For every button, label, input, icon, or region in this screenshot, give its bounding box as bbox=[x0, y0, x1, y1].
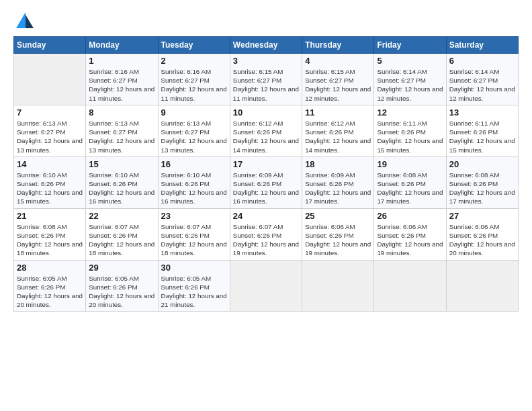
cell-content: Sunrise: 6:07 AM Sunset: 6:26 PM Dayligh… bbox=[89, 222, 154, 258]
day-number: 15 bbox=[89, 159, 154, 169]
day-number: 21 bbox=[17, 211, 83, 221]
calendar-cell: 9Sunrise: 6:13 AM Sunset: 6:27 PM Daylig… bbox=[158, 105, 230, 156]
day-number: 4 bbox=[305, 56, 371, 66]
calendar-week-2: 7Sunrise: 6:13 AM Sunset: 6:27 PM Daylig… bbox=[14, 105, 519, 156]
day-number: 1 bbox=[89, 56, 154, 66]
day-number: 10 bbox=[233, 107, 299, 118]
calendar-week-4: 21Sunrise: 6:08 AM Sunset: 6:26 PM Dayli… bbox=[14, 208, 519, 260]
day-number: 8 bbox=[89, 107, 154, 118]
cell-content: Sunrise: 6:07 AM Sunset: 6:26 PM Dayligh… bbox=[161, 222, 227, 258]
calendar-cell: 14Sunrise: 6:10 AM Sunset: 6:26 PM Dayli… bbox=[14, 156, 86, 208]
calendar-header: SundayMondayTuesdayWednesdayThursdayFrid… bbox=[14, 37, 519, 54]
weekday-header-wednesday: Wednesday bbox=[230, 37, 302, 54]
cell-content: Sunrise: 6:06 AM Sunset: 6:26 PM Dayligh… bbox=[449, 222, 515, 258]
calendar-cell: 16Sunrise: 6:10 AM Sunset: 6:26 PM Dayli… bbox=[158, 156, 230, 208]
cell-content: Sunrise: 6:05 AM Sunset: 6:26 PM Dayligh… bbox=[89, 274, 154, 310]
cell-content: Sunrise: 6:15 AM Sunset: 6:27 PM Dayligh… bbox=[233, 67, 299, 103]
cell-content: Sunrise: 6:08 AM Sunset: 6:26 PM Dayligh… bbox=[449, 171, 515, 206]
day-number: 2 bbox=[161, 56, 227, 66]
cell-content: Sunrise: 6:08 AM Sunset: 6:26 PM Dayligh… bbox=[377, 171, 443, 206]
calendar-body: 1Sunrise: 6:16 AM Sunset: 6:27 PM Daylig… bbox=[14, 54, 519, 312]
day-number: 27 bbox=[449, 211, 515, 221]
calendar-cell: 6Sunrise: 6:14 AM Sunset: 6:27 PM Daylig… bbox=[446, 54, 518, 105]
cell-content: Sunrise: 6:08 AM Sunset: 6:26 PM Dayligh… bbox=[17, 222, 83, 258]
day-number: 9 bbox=[161, 107, 227, 118]
calendar-cell: 2Sunrise: 6:16 AM Sunset: 6:27 PM Daylig… bbox=[158, 54, 230, 105]
calendar-cell: 4Sunrise: 6:15 AM Sunset: 6:27 PM Daylig… bbox=[302, 54, 374, 105]
calendar-cell: 5Sunrise: 6:14 AM Sunset: 6:27 PM Daylig… bbox=[374, 54, 446, 105]
calendar-cell bbox=[374, 260, 446, 312]
header bbox=[13, 11, 519, 30]
weekday-header-thursday: Thursday bbox=[302, 37, 374, 54]
cell-content: Sunrise: 6:14 AM Sunset: 6:27 PM Dayligh… bbox=[377, 67, 443, 103]
calendar-cell: 11Sunrise: 6:12 AM Sunset: 6:26 PM Dayli… bbox=[302, 105, 374, 156]
calendar-cell: 15Sunrise: 6:10 AM Sunset: 6:26 PM Dayli… bbox=[86, 156, 158, 208]
cell-content: Sunrise: 6:06 AM Sunset: 6:26 PM Dayligh… bbox=[305, 222, 371, 258]
weekday-header-friday: Friday bbox=[374, 37, 446, 54]
calendar-cell bbox=[446, 260, 518, 312]
day-number: 18 bbox=[305, 159, 371, 169]
day-number: 28 bbox=[17, 263, 83, 273]
calendar-cell: 1Sunrise: 6:16 AM Sunset: 6:27 PM Daylig… bbox=[86, 54, 158, 105]
day-number: 6 bbox=[449, 56, 515, 66]
day-number: 23 bbox=[161, 211, 227, 221]
calendar-cell: 24Sunrise: 6:07 AM Sunset: 6:26 PM Dayli… bbox=[230, 208, 302, 260]
cell-content: Sunrise: 6:11 AM Sunset: 6:26 PM Dayligh… bbox=[377, 119, 443, 154]
weekday-header-saturday: Saturday bbox=[446, 37, 518, 54]
cell-content: Sunrise: 6:16 AM Sunset: 6:27 PM Dayligh… bbox=[161, 67, 227, 103]
calendar-cell: 21Sunrise: 6:08 AM Sunset: 6:26 PM Dayli… bbox=[14, 208, 86, 260]
calendar-cell: 28Sunrise: 6:05 AM Sunset: 6:26 PM Dayli… bbox=[14, 260, 86, 312]
cell-content: Sunrise: 6:10 AM Sunset: 6:26 PM Dayligh… bbox=[89, 171, 154, 206]
day-number: 24 bbox=[233, 211, 299, 221]
logo-icon bbox=[13, 11, 38, 30]
cell-content: Sunrise: 6:16 AM Sunset: 6:27 PM Dayligh… bbox=[89, 67, 154, 103]
calendar-table: SundayMondayTuesdayWednesdayThursdayFrid… bbox=[13, 36, 519, 312]
calendar-cell: 3Sunrise: 6:15 AM Sunset: 6:27 PM Daylig… bbox=[230, 54, 302, 105]
cell-content: Sunrise: 6:05 AM Sunset: 6:26 PM Dayligh… bbox=[161, 274, 227, 310]
calendar-cell: 8Sunrise: 6:13 AM Sunset: 6:27 PM Daylig… bbox=[86, 105, 158, 156]
cell-content: Sunrise: 6:09 AM Sunset: 6:26 PM Dayligh… bbox=[233, 171, 299, 206]
cell-content: Sunrise: 6:12 AM Sunset: 6:26 PM Dayligh… bbox=[233, 119, 299, 154]
calendar-cell: 30Sunrise: 6:05 AM Sunset: 6:26 PM Dayli… bbox=[158, 260, 230, 312]
day-number: 19 bbox=[377, 159, 443, 169]
calendar-cell: 10Sunrise: 6:12 AM Sunset: 6:26 PM Dayli… bbox=[230, 105, 302, 156]
weekday-header-sunday: Sunday bbox=[14, 37, 86, 54]
calendar-cell: 19Sunrise: 6:08 AM Sunset: 6:26 PM Dayli… bbox=[374, 156, 446, 208]
day-number: 12 bbox=[377, 107, 443, 118]
cell-content: Sunrise: 6:11 AM Sunset: 6:26 PM Dayligh… bbox=[449, 119, 515, 154]
weekday-header-monday: Monday bbox=[86, 37, 158, 54]
logo bbox=[13, 11, 40, 30]
calendar-week-1: 1Sunrise: 6:16 AM Sunset: 6:27 PM Daylig… bbox=[14, 54, 519, 105]
cell-content: Sunrise: 6:13 AM Sunset: 6:27 PM Dayligh… bbox=[17, 119, 83, 154]
cell-content: Sunrise: 6:10 AM Sunset: 6:26 PM Dayligh… bbox=[161, 171, 227, 206]
day-number: 16 bbox=[161, 159, 227, 169]
day-number: 20 bbox=[449, 159, 515, 169]
calendar-cell: 22Sunrise: 6:07 AM Sunset: 6:26 PM Dayli… bbox=[86, 208, 158, 260]
cell-content: Sunrise: 6:15 AM Sunset: 6:27 PM Dayligh… bbox=[305, 67, 371, 103]
calendar-cell: 23Sunrise: 6:07 AM Sunset: 6:26 PM Dayli… bbox=[158, 208, 230, 260]
cell-content: Sunrise: 6:05 AM Sunset: 6:26 PM Dayligh… bbox=[17, 274, 83, 310]
calendar-cell: 13Sunrise: 6:11 AM Sunset: 6:26 PM Dayli… bbox=[446, 105, 518, 156]
calendar-cell: 29Sunrise: 6:05 AM Sunset: 6:26 PM Dayli… bbox=[86, 260, 158, 312]
svg-marker-1 bbox=[26, 15, 34, 28]
svg-marker-0 bbox=[16, 12, 26, 28]
day-number: 13 bbox=[449, 107, 515, 118]
calendar-cell: 20Sunrise: 6:08 AM Sunset: 6:26 PM Dayli… bbox=[446, 156, 518, 208]
cell-content: Sunrise: 6:14 AM Sunset: 6:27 PM Dayligh… bbox=[449, 67, 515, 103]
day-number: 30 bbox=[161, 263, 227, 273]
day-number: 17 bbox=[233, 159, 299, 169]
day-number: 14 bbox=[17, 159, 83, 169]
day-number: 5 bbox=[377, 56, 443, 66]
day-number: 29 bbox=[89, 263, 154, 273]
weekday-header-row: SundayMondayTuesdayWednesdayThursdayFrid… bbox=[14, 37, 519, 54]
calendar-cell bbox=[14, 54, 86, 105]
logo-wrapper bbox=[13, 11, 40, 30]
day-number: 3 bbox=[233, 56, 299, 66]
calendar-cell: 7Sunrise: 6:13 AM Sunset: 6:27 PM Daylig… bbox=[14, 105, 86, 156]
cell-content: Sunrise: 6:12 AM Sunset: 6:26 PM Dayligh… bbox=[305, 119, 371, 154]
cell-content: Sunrise: 6:09 AM Sunset: 6:26 PM Dayligh… bbox=[305, 171, 371, 206]
day-number: 7 bbox=[17, 107, 83, 118]
page: SundayMondayTuesdayWednesdayThursdayFrid… bbox=[0, 0, 532, 411]
calendar-cell: 18Sunrise: 6:09 AM Sunset: 6:26 PM Dayli… bbox=[302, 156, 374, 208]
cell-content: Sunrise: 6:06 AM Sunset: 6:26 PM Dayligh… bbox=[377, 222, 443, 258]
